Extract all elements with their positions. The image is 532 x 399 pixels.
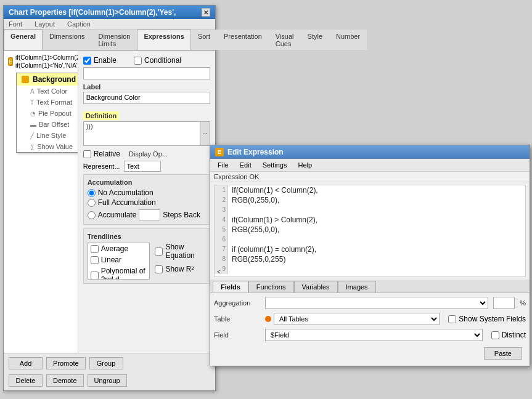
- code-line-8: 8 RGB(255,0,255): [215, 254, 525, 264]
- ctx-background-color[interactable]: Background Color: [17, 73, 78, 86]
- trendlines-list[interactable]: Average Linear Polynomial of 2nd d...: [88, 243, 150, 280]
- definition-expand-button[interactable]: ⋯: [200, 122, 210, 145]
- menu-settings[interactable]: Settings: [258, 160, 292, 170]
- menu-file[interactable]: File: [213, 160, 234, 170]
- expr-icon-1: E: [8, 57, 13, 66]
- accumulate-label: Accumulate: [98, 211, 137, 219]
- percent-sign: %: [520, 299, 526, 307]
- label-input[interactable]: Background Color: [83, 92, 210, 104]
- accumulate-row: Accumulate 10 Steps Back: [88, 209, 206, 220]
- ctx-text-color[interactable]: AText Color: [17, 86, 78, 97]
- tab-dimensions[interactable]: Dimensions: [43, 30, 91, 50]
- field-select[interactable]: $Field: [265, 329, 483, 341]
- ctx-show-value[interactable]: ∑Show Value: [17, 141, 78, 152]
- delete-button[interactable]: Delete: [9, 374, 43, 387]
- code-line-3: 3: [215, 205, 525, 215]
- edit-expression-window: E Edit Expression File Edit Settings Hel…: [210, 145, 530, 366]
- tab-group-labels: Font Layout Caption: [4, 19, 215, 30]
- conditional-label: Conditional: [144, 56, 181, 65]
- steps-label: Steps Back: [163, 211, 200, 219]
- show-equation-label: Show Equation: [165, 243, 206, 260]
- distinct-checkbox-row: Distinct: [491, 331, 526, 339]
- tab-fields[interactable]: Fields: [213, 281, 248, 292]
- group-button[interactable]: Group: [89, 357, 123, 369]
- menu-help[interactable]: Help: [293, 160, 317, 170]
- trend-polynomial-label: Polynomial of 2nd d...: [101, 267, 147, 280]
- ctx-text-format[interactable]: TText Format: [17, 97, 78, 108]
- code-line-9: 9: [215, 264, 525, 274]
- tab-expressions[interactable]: Expressions: [137, 30, 190, 50]
- add-button[interactable]: Add: [9, 357, 43, 369]
- demote-button[interactable]: Demote: [46, 374, 84, 387]
- trendlines-content: Average Linear Polynomial of 2nd d...: [88, 243, 206, 280]
- table-select[interactable]: All Tables: [274, 313, 440, 325]
- ctx-bar-offset[interactable]: ▬Bar Offset: [17, 119, 78, 130]
- label-section: Label: [83, 83, 210, 91]
- no-accumulation-radio[interactable]: [88, 189, 96, 197]
- trend-linear[interactable]: Linear: [88, 254, 150, 265]
- tab-dimension-limits[interactable]: Dimension Limits: [91, 30, 137, 50]
- edit-window-titlebar: E Edit Expression: [210, 145, 530, 159]
- tab-presentation[interactable]: Presentation: [217, 30, 269, 50]
- paste-button[interactable]: Paste: [484, 347, 522, 360]
- display-options-label: Display Op...: [129, 150, 168, 158]
- ctx-background-color-label: Background Color: [33, 75, 78, 84]
- promote-button[interactable]: Promote: [46, 357, 86, 369]
- full-accumulation-label: Full Accumulation: [98, 198, 156, 207]
- show-system-checkbox[interactable]: [448, 315, 456, 323]
- trendlines-title: Trendlines: [88, 233, 206, 240]
- all-tables-icon: [265, 316, 271, 322]
- tab-sort[interactable]: Sort: [191, 30, 217, 50]
- expression-status: Expression OK: [210, 172, 530, 182]
- tab-variables[interactable]: Variables: [294, 281, 338, 292]
- close-button[interactable]: ✕: [202, 8, 210, 17]
- enable-row: Enable Conditional: [83, 56, 210, 65]
- representation-input[interactable]: [124, 161, 161, 172]
- tab-general[interactable]: General: [4, 30, 43, 50]
- aggregation-select[interactable]: [265, 297, 488, 309]
- aggregation-percent-input[interactable]: 0: [493, 297, 515, 309]
- accumulate-radio[interactable]: [88, 211, 96, 219]
- trend-polynomial[interactable]: Polynomial of 2nd d...: [88, 265, 150, 280]
- distinct-label: Distinct: [502, 331, 526, 339]
- enable-label: Enable: [94, 56, 117, 65]
- expr-input-top[interactable]: [83, 67, 210, 79]
- expr-text-1: if(Column(1)>Column(2),'Yes',if(Column(1…: [15, 54, 78, 70]
- chart-body: E if(Column(1)>Column(2),'Yes',if(Column…: [4, 51, 215, 353]
- trend-average[interactable]: Average: [88, 243, 150, 254]
- distinct-checkbox[interactable]: [491, 331, 499, 339]
- show-r2-checkbox[interactable]: [155, 265, 163, 273]
- trendlines-box: Trendlines Average Linear Po: [83, 228, 210, 284]
- left-panel: E if(Column(1)>Column(2),'Yes',if(Column…: [4, 51, 78, 353]
- definition-section: Definition: [83, 111, 120, 120]
- trend-linear-label: Linear: [101, 256, 121, 264]
- ungroup-button[interactable]: Ungroup: [88, 374, 127, 387]
- full-accumulation-row: Full Accumulation: [88, 198, 206, 207]
- tab-functions[interactable]: Functions: [248, 281, 294, 292]
- show-equation-checkbox[interactable]: [155, 248, 163, 256]
- accumulation-title: Accumulation: [88, 179, 206, 186]
- trend-average-label: Average: [101, 244, 128, 253]
- distinct-row: Show System Fields: [448, 315, 526, 323]
- tab-visual-cues[interactable]: Visual Cues: [269, 30, 301, 50]
- expr-item-1[interactable]: E if(Column(1)>Column(2),'Yes',if(Column…: [4, 51, 78, 72]
- field-row: Field $Field Distinct: [214, 329, 526, 341]
- tab-images[interactable]: Images: [338, 281, 376, 292]
- menu-edit[interactable]: Edit: [235, 160, 256, 170]
- tab-style[interactable]: Style: [301, 30, 329, 50]
- steps-input[interactable]: 10: [139, 209, 160, 220]
- relative-checkbox[interactable]: [83, 150, 91, 158]
- trendlines-options: Show Equation Show R²: [155, 243, 206, 280]
- tab-number[interactable]: Number: [329, 30, 367, 50]
- show-system-label: Show System Fields: [459, 315, 526, 323]
- field-label: Field: [214, 331, 260, 339]
- edit-menubar: File Edit Settings Help: [210, 159, 530, 172]
- definition-text: ))): [84, 121, 96, 131]
- ctx-pie-popout[interactable]: ◔Pie Popout: [17, 108, 78, 119]
- enable-checkbox[interactable]: [83, 57, 91, 65]
- full-accumulation-radio[interactable]: [88, 199, 96, 207]
- conditional-checkbox[interactable]: [134, 57, 142, 65]
- code-editor[interactable]: 1 If(Column(1) < Column(2), 2 RGB(0,255,…: [214, 185, 526, 277]
- paste-row: Paste: [214, 345, 526, 362]
- ctx-line-style[interactable]: ╱Line Style: [17, 130, 78, 141]
